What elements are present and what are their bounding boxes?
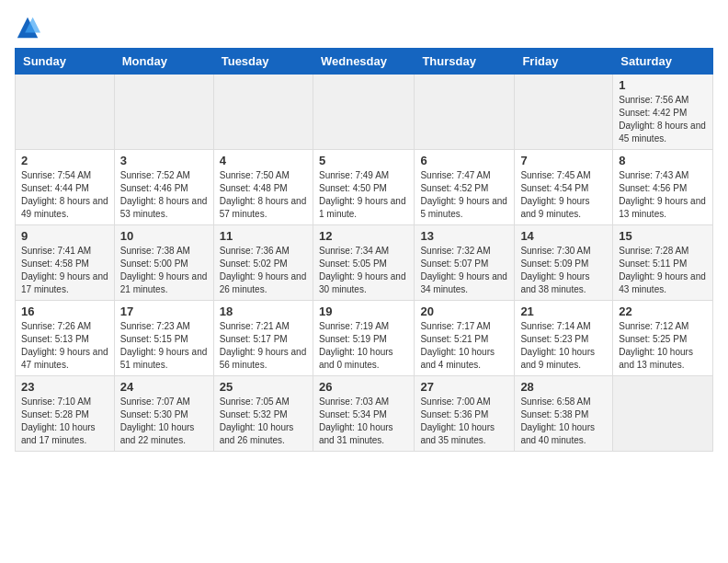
calendar-cell: 8Sunrise: 7:43 AM Sunset: 4:56 PM Daylig…	[613, 150, 713, 225]
day-number: 4	[220, 154, 307, 167]
day-number: 2	[21, 154, 108, 167]
day-number: 11	[220, 229, 307, 243]
weekday-header-sunday: Sunday	[16, 49, 115, 75]
day-info: Sunrise: 7:41 AM Sunset: 4:58 PM Dayligh…	[21, 245, 108, 296]
calendar-cell: 9Sunrise: 7:41 AM Sunset: 4:58 PM Daylig…	[16, 225, 115, 301]
calendar-cell: 26Sunrise: 7:03 AM Sunset: 5:34 PM Dayli…	[313, 376, 414, 452]
day-info: Sunrise: 7:10 AM Sunset: 5:28 PM Dayligh…	[21, 396, 108, 447]
calendar-cell: 10Sunrise: 7:38 AM Sunset: 5:00 PM Dayli…	[114, 225, 213, 301]
day-number: 12	[319, 229, 408, 243]
weekday-header-monday: Monday	[114, 49, 213, 75]
calendar-cell: 22Sunrise: 7:12 AM Sunset: 5:25 PM Dayli…	[613, 301, 713, 376]
calendar-cell	[415, 75, 515, 150]
day-info: Sunrise: 7:36 AM Sunset: 5:02 PM Dayligh…	[220, 245, 307, 296]
calendar-cell: 3Sunrise: 7:52 AM Sunset: 4:46 PM Daylig…	[114, 150, 213, 225]
day-info: Sunrise: 7:17 AM Sunset: 5:21 PM Dayligh…	[420, 320, 508, 372]
day-info: Sunrise: 7:32 AM Sunset: 5:07 PM Dayligh…	[420, 245, 508, 296]
day-number: 27	[420, 380, 508, 394]
day-number: 7	[520, 154, 607, 167]
day-number: 26	[319, 380, 408, 394]
calendar-cell: 2Sunrise: 7:54 AM Sunset: 4:44 PM Daylig…	[16, 150, 115, 225]
calendar-cell: 28Sunrise: 6:58 AM Sunset: 5:38 PM Dayli…	[515, 376, 613, 452]
day-info: Sunrise: 6:58 AM Sunset: 5:38 PM Dayligh…	[520, 396, 607, 447]
day-info: Sunrise: 7:23 AM Sunset: 5:15 PM Dayligh…	[120, 320, 208, 372]
day-number: 22	[619, 304, 707, 318]
day-number: 10	[120, 229, 208, 243]
day-info: Sunrise: 7:38 AM Sunset: 5:00 PM Dayligh…	[120, 245, 208, 296]
weekday-header: SundayMondayTuesdayWednesdayThursdayFrid…	[16, 49, 713, 75]
calendar-cell: 7Sunrise: 7:45 AM Sunset: 4:54 PM Daylig…	[515, 150, 613, 225]
calendar-cell	[213, 75, 313, 150]
day-number: 6	[420, 154, 508, 167]
calendar-cell: 19Sunrise: 7:19 AM Sunset: 5:19 PM Dayli…	[313, 301, 414, 376]
day-number: 3	[120, 154, 208, 167]
calendar-cell: 18Sunrise: 7:21 AM Sunset: 5:17 PM Dayli…	[213, 301, 313, 376]
day-info: Sunrise: 7:07 AM Sunset: 5:30 PM Dayligh…	[120, 396, 208, 447]
weekday-header-tuesday: Tuesday	[213, 49, 313, 75]
day-number: 9	[21, 229, 108, 243]
logo-icon	[15, 15, 40, 40]
day-number: 8	[619, 154, 707, 167]
day-info: Sunrise: 7:14 AM Sunset: 5:23 PM Dayligh…	[520, 320, 607, 372]
day-info: Sunrise: 7:49 AM Sunset: 4:50 PM Dayligh…	[319, 169, 408, 221]
calendar-cell: 25Sunrise: 7:05 AM Sunset: 5:32 PM Dayli…	[213, 376, 313, 452]
day-info: Sunrise: 7:00 AM Sunset: 5:36 PM Dayligh…	[420, 396, 508, 447]
calendar-cell: 4Sunrise: 7:50 AM Sunset: 4:48 PM Daylig…	[213, 150, 313, 225]
day-number: 16	[21, 304, 108, 318]
day-info: Sunrise: 7:52 AM Sunset: 4:46 PM Dayligh…	[120, 169, 208, 221]
day-number: 13	[420, 229, 508, 243]
day-info: Sunrise: 7:26 AM Sunset: 5:13 PM Dayligh…	[21, 320, 108, 372]
day-number: 21	[520, 304, 607, 318]
calendar-cell: 17Sunrise: 7:23 AM Sunset: 5:15 PM Dayli…	[114, 301, 213, 376]
calendar-cell	[16, 75, 115, 150]
day-info: Sunrise: 7:54 AM Sunset: 4:44 PM Dayligh…	[21, 169, 108, 221]
calendar-body: 1Sunrise: 7:56 AM Sunset: 4:42 PM Daylig…	[16, 75, 713, 452]
calendar-cell: 23Sunrise: 7:10 AM Sunset: 5:28 PM Dayli…	[16, 376, 115, 452]
logo	[15, 15, 44, 40]
calendar-cell: 16Sunrise: 7:26 AM Sunset: 5:13 PM Dayli…	[16, 301, 115, 376]
day-number: 25	[220, 380, 307, 394]
calendar-cell	[114, 75, 213, 150]
day-info: Sunrise: 7:19 AM Sunset: 5:19 PM Dayligh…	[319, 320, 408, 372]
calendar-cell: 15Sunrise: 7:28 AM Sunset: 5:11 PM Dayli…	[613, 225, 713, 301]
day-number: 24	[120, 380, 208, 394]
calendar-cell	[613, 376, 713, 452]
day-number: 28	[520, 380, 607, 394]
day-info: Sunrise: 7:30 AM Sunset: 5:09 PM Dayligh…	[520, 245, 607, 296]
calendar-cell: 20Sunrise: 7:17 AM Sunset: 5:21 PM Dayli…	[415, 301, 515, 376]
day-info: Sunrise: 7:21 AM Sunset: 5:17 PM Dayligh…	[220, 320, 307, 372]
day-info: Sunrise: 7:56 AM Sunset: 4:42 PM Dayligh…	[619, 94, 707, 145]
calendar-cell: 11Sunrise: 7:36 AM Sunset: 5:02 PM Dayli…	[213, 225, 313, 301]
day-number: 5	[319, 154, 408, 167]
calendar-cell: 12Sunrise: 7:34 AM Sunset: 5:05 PM Dayli…	[313, 225, 414, 301]
day-number: 1	[619, 78, 707, 92]
day-info: Sunrise: 7:34 AM Sunset: 5:05 PM Dayligh…	[319, 245, 408, 296]
day-info: Sunrise: 7:12 AM Sunset: 5:25 PM Dayligh…	[619, 320, 707, 372]
day-info: Sunrise: 7:43 AM Sunset: 4:56 PM Dayligh…	[619, 169, 707, 221]
day-info: Sunrise: 7:45 AM Sunset: 4:54 PM Dayligh…	[520, 169, 607, 221]
calendar-cell: 13Sunrise: 7:32 AM Sunset: 5:07 PM Dayli…	[415, 225, 515, 301]
day-info: Sunrise: 7:03 AM Sunset: 5:34 PM Dayligh…	[319, 396, 408, 447]
week-row-1: 1Sunrise: 7:56 AM Sunset: 4:42 PM Daylig…	[16, 75, 713, 150]
calendar-cell: 6Sunrise: 7:47 AM Sunset: 4:52 PM Daylig…	[415, 150, 515, 225]
day-number: 17	[120, 304, 208, 318]
calendar-cell: 5Sunrise: 7:49 AM Sunset: 4:50 PM Daylig…	[313, 150, 414, 225]
day-number: 23	[21, 380, 108, 394]
day-info: Sunrise: 7:47 AM Sunset: 4:52 PM Dayligh…	[420, 169, 508, 221]
day-info: Sunrise: 7:05 AM Sunset: 5:32 PM Dayligh…	[220, 396, 307, 447]
day-info: Sunrise: 7:28 AM Sunset: 5:11 PM Dayligh…	[619, 245, 707, 296]
weekday-header-saturday: Saturday	[613, 49, 713, 75]
header	[15, 15, 713, 40]
week-row-5: 23Sunrise: 7:10 AM Sunset: 5:28 PM Dayli…	[16, 376, 713, 452]
day-number: 18	[220, 304, 307, 318]
week-row-2: 2Sunrise: 7:54 AM Sunset: 4:44 PM Daylig…	[16, 150, 713, 225]
day-number: 15	[619, 229, 707, 243]
week-row-4: 16Sunrise: 7:26 AM Sunset: 5:13 PM Dayli…	[16, 301, 713, 376]
calendar-cell: 14Sunrise: 7:30 AM Sunset: 5:09 PM Dayli…	[515, 225, 613, 301]
calendar-cell	[515, 75, 613, 150]
calendar-cell	[313, 75, 414, 150]
day-number: 14	[520, 229, 607, 243]
weekday-header-thursday: Thursday	[415, 49, 515, 75]
weekday-header-wednesday: Wednesday	[313, 49, 414, 75]
day-number: 20	[420, 304, 508, 318]
